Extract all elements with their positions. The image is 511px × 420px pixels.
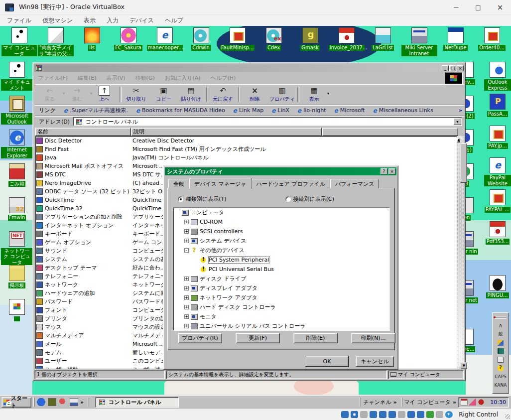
dialog-titlebar[interactable]: システムのプロパティ xyxy=(165,167,396,175)
dialog-button[interactable]: 更新(F) xyxy=(236,333,280,343)
toolbar-button[interactable]: 進む xyxy=(63,85,91,104)
menu-item[interactable]: 表示(V) xyxy=(107,74,126,82)
taskbar-task-button[interactable]: コントロール パネル xyxy=(95,397,179,408)
maximize-icon[interactable] xyxy=(467,0,489,15)
close-icon[interactable] xyxy=(388,168,395,174)
scroll-down-icon[interactable] xyxy=(460,362,467,369)
expand-toggle-icon[interactable]: + xyxy=(184,286,189,290)
desktop-icon[interactable]: Internet Explorer xyxy=(1,130,33,163)
cd-icon[interactable] xyxy=(351,411,358,418)
expand-toggle-icon[interactable]: + xyxy=(184,239,189,243)
link-item[interactable]: Bookmarks for MASUDA Hideo xyxy=(136,107,225,114)
help-icon[interactable] xyxy=(381,168,387,174)
desktop-icon[interactable]: PINGU... xyxy=(484,275,511,307)
toolbar-handle[interactable] xyxy=(401,398,402,407)
desktop-icon[interactable]: PAY.jp... xyxy=(484,126,511,157)
cp-list-row[interactable]: Find Fast Microsoft Find Fast (TM) 用インデッ… xyxy=(35,145,458,153)
scroll-up-icon[interactable] xyxy=(457,138,460,142)
toolbar-handle[interactable] xyxy=(33,398,35,407)
desktop-icon[interactable]: マイ ドキュメント xyxy=(1,62,33,96)
desktop-icon[interactable] xyxy=(70,398,78,406)
tree-row[interactable]: + CD-ROM xyxy=(173,217,389,227)
scheduler-icon[interactable] xyxy=(461,399,468,406)
usb-icon[interactable] xyxy=(388,411,396,418)
floppy-icon[interactable] xyxy=(360,411,368,418)
ime-button[interactable]: A xyxy=(493,321,508,330)
maximize-icon[interactable] xyxy=(449,65,456,71)
seamless-icon[interactable] xyxy=(417,411,424,418)
desktop-icon[interactable]: PassA... xyxy=(484,94,511,126)
expand-toggle-icon[interactable]: + xyxy=(184,314,189,319)
desktop-icon[interactable]: Order40... xyxy=(474,27,510,56)
dialer-icon[interactable] xyxy=(478,399,485,406)
link-item[interactable]: Miscellaneous Links xyxy=(373,107,433,114)
tree-row[interactable]: + ハード ディスク コントローラ xyxy=(173,302,389,312)
tab[interactable]: 全般 xyxy=(168,179,189,188)
desktop-icon[interactable]: ils xyxy=(74,27,110,56)
tree-row[interactable]: + システム デバイス xyxy=(173,236,389,246)
menu-item[interactable]: 入力 xyxy=(107,16,119,25)
expand-toggle-icon[interactable]: + xyxy=(184,324,189,328)
desktop-icon[interactable]: Cdex xyxy=(256,27,292,56)
tree-row[interactable]: + ディスク ドライブ xyxy=(173,274,389,283)
link-item[interactable]: Link Map xyxy=(233,107,263,114)
expand-toggle-icon[interactable]: + xyxy=(184,277,189,281)
menu-item[interactable]: 編集(E) xyxy=(78,74,97,82)
ime-button[interactable]: 般 xyxy=(493,330,508,338)
tree-row[interactable]: - その他のデバイス xyxy=(173,246,389,255)
dialog-button[interactable]: 印刷(N)... xyxy=(351,333,395,343)
menu-item[interactable]: ヘルプ xyxy=(165,16,183,25)
ie-icon[interactable] xyxy=(37,398,45,406)
quick-launch-chevron[interactable] xyxy=(80,399,84,406)
desktop-icon[interactable]: LaGrList xyxy=(365,27,401,56)
address-dropdown-icon[interactable] xyxy=(454,118,461,125)
desktop-icon[interactable]: Pdf353... xyxy=(484,221,511,253)
menu-item[interactable]: お気に入り(A) xyxy=(165,74,201,82)
dialog-button[interactable]: 削除(E) xyxy=(293,333,338,343)
link-item[interactable]: .Superマルチ高速検索. xyxy=(64,107,128,114)
shared-folder-icon[interactable] xyxy=(398,411,405,418)
link-item[interactable]: Microsoft xyxy=(334,107,365,114)
menu-item[interactable]: ヘルプ(H) xyxy=(211,74,236,82)
hdd-icon[interactable] xyxy=(341,411,349,418)
menu-item[interactable]: 仮想マシン xyxy=(42,16,73,25)
desktop-icon[interactable]: NetDupe xyxy=(437,27,474,56)
tree-row[interactable]: + ネットワーク アダプタ xyxy=(173,293,389,302)
ime-button[interactable] xyxy=(493,338,508,347)
desktop-icon[interactable]: Cdrwin xyxy=(183,27,219,56)
desktop-icon[interactable]: manecooper.... xyxy=(146,27,183,56)
tree-row[interactable]: + ユニバーサル シリアル バス コントローラ xyxy=(173,321,389,331)
address-field[interactable]: コントロール パネル xyxy=(73,117,462,126)
channels-icon[interactable] xyxy=(48,398,56,406)
menu-item[interactable]: 移動(G) xyxy=(135,74,155,82)
view-by-type-radio[interactable]: 種類別に表示(T) xyxy=(178,195,227,203)
dialog-button[interactable]: プロパティ(R) xyxy=(178,333,222,343)
pen-icon[interactable] xyxy=(469,399,476,406)
tree-row[interactable]: + ディスプレイ アダプタ xyxy=(173,283,389,293)
menu-arrow-icon[interactable] xyxy=(445,411,453,418)
my-computer-chevron[interactable] xyxy=(453,399,456,406)
view-by-connection-radio[interactable]: 接続別に表示(C) xyxy=(285,195,335,203)
desktop-icon[interactable]: Fmwin xyxy=(1,197,33,231)
desktop-icon[interactable]: ごみ箱 xyxy=(1,163,33,197)
tree-row[interactable]: コンピュータ xyxy=(173,208,389,217)
desktop-icon[interactable] xyxy=(1,299,33,333)
link-item[interactable]: LinX xyxy=(271,107,289,114)
desktop-icon[interactable]: Outlook Express xyxy=(484,62,511,94)
tab[interactable]: ハードウェア プロファイル xyxy=(252,179,330,188)
tree-row[interactable]: PCI System Peripheral xyxy=(173,255,389,265)
ime-button[interactable] xyxy=(493,355,508,364)
desktop-icon[interactable]: "肉食女子メイサ"本当の父... xyxy=(37,27,74,56)
cp-titlebar[interactable] xyxy=(34,64,464,72)
minimize-icon[interactable] xyxy=(445,0,467,15)
toolbar-button[interactable]: 上へ xyxy=(91,85,118,104)
expand-toggle-icon[interactable]: + xyxy=(184,220,189,224)
resize-grip[interactable] xyxy=(505,414,510,419)
expand-toggle-icon[interactable]: + xyxy=(184,295,189,300)
toolbar-button[interactable]: 表示 xyxy=(300,85,328,104)
menu-item[interactable]: デバイス xyxy=(129,16,154,25)
toolbar-button[interactable]: 貼り付け xyxy=(177,85,205,104)
phone-icon[interactable] xyxy=(59,398,67,406)
channel-chevron[interactable] xyxy=(393,399,396,406)
menu-item[interactable]: ファイル xyxy=(7,16,31,25)
